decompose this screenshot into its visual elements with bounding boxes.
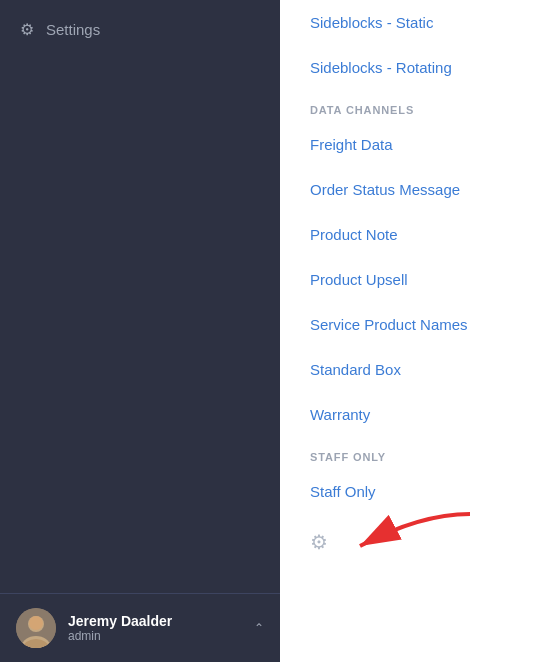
data-channels-section: DATA CHANNELS Freight Data Order Status …: [280, 90, 538, 437]
menu-item-label: Order Status Message: [310, 181, 460, 198]
chevron-up-icon[interactable]: ⌃: [254, 621, 264, 635]
menu-item-label: Product Upsell: [310, 271, 408, 288]
section-label-staff-only: STAFF ONLY: [280, 437, 538, 469]
arrow-indicator: [340, 504, 480, 568]
menu-item-label: Product Note: [310, 226, 398, 243]
red-arrow-svg: [340, 504, 480, 564]
gear-bottom-icon[interactable]: ⚙: [310, 530, 328, 554]
user-info: Jeremy Daalder admin: [68, 613, 242, 643]
gear-bottom-area: ⚙: [280, 514, 538, 570]
top-menu-section: Sideblocks - Static Sideblocks - Rotatin…: [280, 0, 538, 90]
sidebar-footer: Jeremy Daalder admin ⌃: [0, 593, 280, 662]
menu-item-freight-data[interactable]: Freight Data: [280, 122, 538, 167]
sidebar-top: ⚙ Settings: [0, 0, 280, 593]
menu-item-label: Service Product Names: [310, 316, 468, 333]
svg-point-3: [29, 616, 43, 630]
menu-item-product-upsell[interactable]: Product Upsell: [280, 257, 538, 302]
avatar-image: [16, 608, 56, 648]
menu-item-label: Freight Data: [310, 136, 393, 153]
user-role: admin: [68, 629, 242, 643]
main-content: Sideblocks - Static Sideblocks - Rotatin…: [280, 0, 538, 662]
menu-item-standard-box[interactable]: Standard Box: [280, 347, 538, 392]
section-label-data-channels: DATA CHANNELS: [280, 90, 538, 122]
menu-item-label: Warranty: [310, 406, 370, 423]
menu-item-label: Sideblocks - Static: [310, 14, 433, 31]
menu-item-product-note[interactable]: Product Note: [280, 212, 538, 257]
menu-item-warranty[interactable]: Warranty: [280, 392, 538, 437]
menu-item-label: Sideblocks - Rotating: [310, 59, 452, 76]
avatar: [16, 608, 56, 648]
user-name: Jeremy Daalder: [68, 613, 242, 629]
menu-item-sideblocks-static[interactable]: Sideblocks - Static: [280, 0, 538, 45]
menu-item-label: Staff Only: [310, 483, 376, 500]
sidebar-item-settings[interactable]: ⚙ Settings: [0, 10, 280, 49]
menu-item-label: Standard Box: [310, 361, 401, 378]
sidebar: ⚙ Settings Jeremy Daalder admin ⌃: [0, 0, 280, 662]
sidebar-item-label: Settings: [46, 21, 100, 38]
menu-item-service-product-names[interactable]: Service Product Names: [280, 302, 538, 347]
staff-only-section: STAFF ONLY Staff Only: [280, 437, 538, 514]
gear-icon: ⚙: [20, 20, 34, 39]
menu-item-order-status-message[interactable]: Order Status Message: [280, 167, 538, 212]
menu-item-sideblocks-rotating[interactable]: Sideblocks - Rotating: [280, 45, 538, 90]
